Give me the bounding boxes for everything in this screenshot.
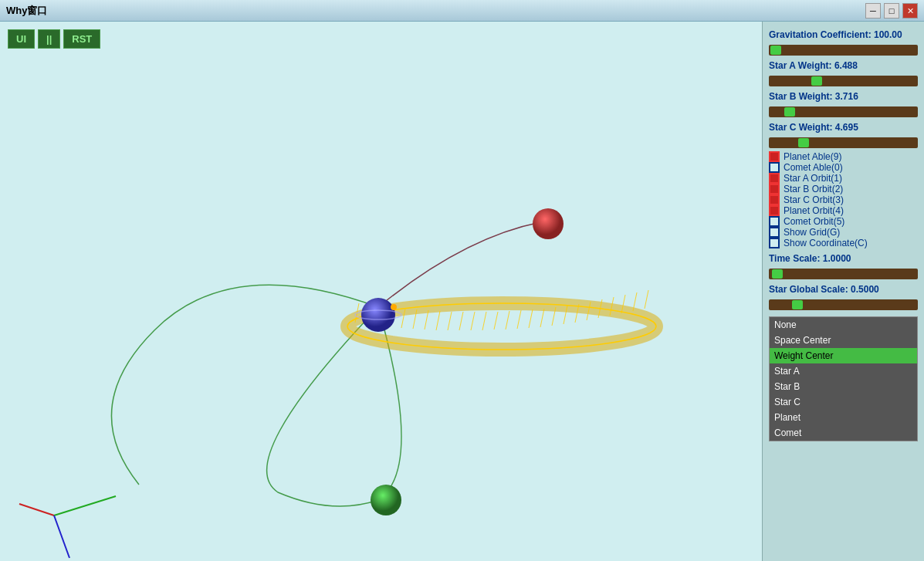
checkbox-row-comet_able[interactable]: Comet Able(0) xyxy=(769,162,918,173)
checkbox-planet_orbit[interactable] xyxy=(769,205,780,216)
checkbox-label-show_grid: Show Grid(G) xyxy=(784,227,840,238)
pause-button[interactable]: || xyxy=(38,29,60,49)
toolbar: UI || RST xyxy=(8,29,100,49)
checkbox-label-comet_able: Comet Able(0) xyxy=(784,162,843,173)
svg-point-33 xyxy=(371,485,401,515)
dropdown-item-comet[interactable]: Comet xyxy=(770,425,917,441)
minimize-button[interactable]: ─ xyxy=(865,3,881,19)
star-global-scale-slider[interactable] xyxy=(769,299,918,310)
svg-point-32 xyxy=(533,208,564,239)
dropdown-item-star-a[interactable]: Star A xyxy=(770,363,917,379)
window-controls: ─ □ ✕ xyxy=(865,3,918,19)
gravitation-thumb[interactable] xyxy=(770,46,781,55)
camera-target-dropdown[interactable]: NoneSpace CenterWeight CenterStar AStar … xyxy=(769,316,918,441)
time-scale-thumb[interactable] xyxy=(772,269,783,279)
star-a-weight-thumb[interactable] xyxy=(811,76,822,86)
star-global-scale-label: Star Global Scale: 0.5000 xyxy=(769,284,918,295)
canvas-area: UI || RST Star A Pos: (2.631, -2.521, -9… xyxy=(0,22,762,561)
checkbox-row-star_b_orbit[interactable]: Star B Orbit(2) xyxy=(769,184,918,194)
right-panel: Gravitation Coefficient: 100.00 Star A W… xyxy=(762,22,924,561)
ui-button[interactable]: UI xyxy=(8,29,35,49)
checkbox-row-show_grid[interactable]: Show Grid(G) xyxy=(769,227,918,238)
checkbox-row-comet_orbit[interactable]: Comet Orbit(5) xyxy=(769,216,918,227)
star-a-weight-slider[interactable] xyxy=(769,76,918,86)
orbit-canvas xyxy=(0,22,762,561)
checkbox-label-star_c_orbit: Star C Orbit(3) xyxy=(784,194,844,205)
time-scale-slider[interactable] xyxy=(769,269,918,279)
checkbox-row-star_a_orbit[interactable]: Star A Orbit(1) xyxy=(769,173,918,184)
checkbox-row-show_coord[interactable]: Show Coordinate(C) xyxy=(769,238,918,248)
svg-point-29 xyxy=(361,298,395,332)
checkbox-label-show_coord: Show Coordinate(C) xyxy=(784,238,868,248)
checkbox-star_c_orbit[interactable] xyxy=(769,194,780,205)
star-c-weight-slider[interactable] xyxy=(769,137,918,148)
dropdown-item-planet[interactable]: Planet xyxy=(770,410,917,425)
star-c-weight-thumb[interactable] xyxy=(798,138,809,147)
checkbox-label-planet_orbit: Planet Orbit(4) xyxy=(784,205,844,216)
checkbox-row-planet_orbit[interactable]: Planet Orbit(4) xyxy=(769,205,918,216)
checkbox-label-star_a_orbit: Star A Orbit(1) xyxy=(784,173,842,184)
checkbox-planet_able[interactable] xyxy=(769,151,780,162)
checkbox-star_b_orbit[interactable] xyxy=(769,184,780,194)
checkbox-label-planet_able: Planet Able(9) xyxy=(784,151,841,162)
checkbox-label-comet_orbit: Comet Orbit(5) xyxy=(784,216,844,227)
checkbox-show_coord[interactable] xyxy=(769,238,780,248)
gravitation-slider[interactable] xyxy=(769,45,918,56)
dropdown-item-star-c[interactable]: Star C xyxy=(770,394,917,410)
close-button[interactable]: ✕ xyxy=(902,3,918,19)
star-b-weight-thumb[interactable] xyxy=(784,107,795,117)
dropdown-item-star-b[interactable]: Star B xyxy=(770,379,917,394)
maximize-button[interactable]: □ xyxy=(884,3,899,19)
checkbox-show_grid[interactable] xyxy=(769,227,780,238)
checkbox-row-star_c_orbit[interactable]: Star C Orbit(3) xyxy=(769,194,918,205)
star-global-scale-thumb[interactable] xyxy=(792,300,803,309)
checkbox-row-planet_able[interactable]: Planet Able(9) xyxy=(769,151,918,162)
dropdown-item-space-center[interactable]: Space Center xyxy=(770,333,917,348)
star-c-weight-label: Star C Weight: 4.695 xyxy=(769,122,918,133)
checkbox-star_a_orbit[interactable] xyxy=(769,173,780,184)
star-b-weight-slider[interactable] xyxy=(769,106,918,117)
title-bar: Why窗口 ─ □ ✕ xyxy=(0,0,924,22)
checkbox-comet_able[interactable] xyxy=(769,162,780,173)
star-a-weight-label: Star A Weight: 6.488 xyxy=(769,60,918,71)
dropdown-item-none[interactable]: None xyxy=(770,317,917,333)
checkboxes-container: Planet Able(9)Comet Able(0)Star A Orbit(… xyxy=(769,151,918,248)
time-scale-label: Time Scale: 1.0000 xyxy=(769,253,918,264)
reset-button[interactable]: RST xyxy=(63,29,100,49)
star-b-weight-label: Star B Weight: 3.716 xyxy=(769,91,918,102)
window-title: Why窗口 xyxy=(6,4,47,18)
svg-point-31 xyxy=(391,304,397,310)
main-container: UI || RST Star A Pos: (2.631, -2.521, -9… xyxy=(0,22,924,561)
checkbox-comet_orbit[interactable] xyxy=(769,216,780,227)
dropdown-item-weight-center[interactable]: Weight Center xyxy=(770,348,917,363)
svg-rect-0 xyxy=(0,22,762,561)
checkbox-label-star_b_orbit: Star B Orbit(2) xyxy=(784,184,843,194)
gravitation-label: Gravitation Coefficient: 100.00 xyxy=(769,29,918,40)
